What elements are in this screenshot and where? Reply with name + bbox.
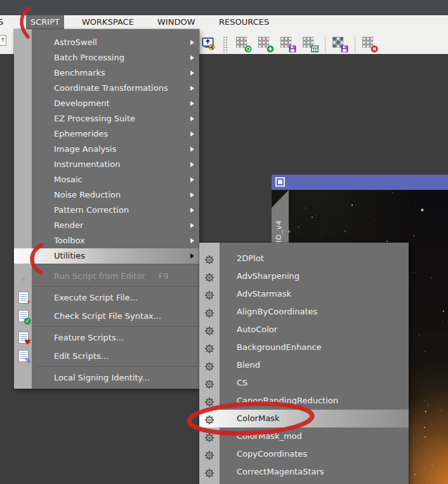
menu-item-label: Development	[54, 98, 110, 108]
menu-item-ez-processing-suite[interactable]: EZ Processing Suite	[14, 111, 199, 126]
menu-item-render[interactable]: Render	[14, 218, 199, 233]
menu-item-pattern-correction[interactable]: Pattern Correction	[14, 203, 199, 218]
gear-icon	[204, 307, 214, 317]
menu-item-noise-reduction[interactable]: Noise Reduction	[14, 187, 199, 203]
submenu-item-colormask[interactable]: ColorMask	[199, 410, 409, 427]
menubar-item-partial[interactable]: S	[0, 15, 3, 29]
script-execute-icon: ⚡	[18, 292, 29, 304]
menu-item-label: Coordinate Transformations	[54, 83, 168, 93]
gear-icon	[204, 253, 214, 264]
menu-item-check-script-file-syntax[interactable]: ✓Check Script File Syntax...	[14, 307, 199, 325]
submenu-arrow-icon	[190, 55, 194, 60]
submenu-item-advstarmask[interactable]: AdvStarmask	[199, 285, 409, 303]
close-badge-icon	[371, 45, 378, 53]
submenu-item-label: 2DPlot	[237, 253, 264, 263]
menu-item-image-analysis[interactable]: Image Analysis	[14, 142, 199, 157]
menu-item-execute-script-file[interactable]: ⚡Execute Script File...	[14, 288, 199, 307]
menu-item-instrumentation[interactable]: Instrumentation	[14, 157, 199, 172]
menu-item-label: Instrumentation	[54, 159, 120, 169]
menu-item-label: Run Script from Editor	[54, 271, 145, 281]
star	[298, 233, 299, 234]
star	[425, 436, 426, 438]
menu-separator	[36, 326, 198, 327]
star	[414, 272, 414, 272]
process-new-icon[interactable]	[258, 37, 272, 51]
menu-item-label: Edit Scripts...	[54, 351, 109, 361]
submenu-item-copycoordinates[interactable]: CopyCoordinates	[199, 445, 409, 463]
submenu-item-backgroundenhance[interactable]: BackgroundEnhance	[199, 339, 409, 356]
menu-item-edit-scripts[interactable]: ✎Edit Scripts...	[14, 347, 199, 365]
gear-icon	[204, 271, 214, 281]
submenu-item-label: AdvSharpening	[237, 271, 300, 281]
star	[409, 446, 409, 447]
menu-item-ephemerides[interactable]: Ephemerides	[14, 126, 199, 142]
menubar-item-script[interactable]: SCRIPT	[26, 15, 64, 29]
menu-item-mosaic[interactable]: Mosaic	[14, 172, 199, 187]
menubar-item-workspace[interactable]: WORKSPACE	[77, 15, 138, 29]
star	[375, 220, 376, 220]
menu-item-shortcut: F9	[159, 267, 169, 285]
menu-item-toolbox[interactable]: Toolbox	[14, 233, 199, 248]
menu-item-label: Utilities	[54, 251, 85, 260]
menu-item-local-signing-identity[interactable]: Local Signing Identity...	[14, 368, 199, 387]
drag-handle-dots[interactable]	[223, 36, 228, 53]
menu-item-coordinate-transformations[interactable]: Coordinate Transformations	[14, 81, 199, 96]
bolt-badge-icon: ⚡	[26, 299, 31, 306]
star	[320, 232, 320, 233]
star	[424, 467, 425, 468]
menu-item-batch-processing[interactable]: Batch Processing	[14, 50, 199, 65]
partial-toolbar-icon[interactable]: ↑	[0, 35, 6, 46]
menu-item-astroswell[interactable]: AstroSwell	[14, 35, 199, 50]
submenu-item-colormask-mod[interactable]: ColorMask_mod	[199, 427, 409, 445]
star	[312, 217, 313, 218]
apply-global-icon[interactable]	[202, 37, 216, 51]
utilities-submenu: 2DPlotAdvSharpeningAdvStarmaskAlignByCoo…	[199, 243, 409, 484]
star	[424, 427, 425, 428]
star	[305, 208, 306, 208]
menu-item-label: EZ Processing Suite	[54, 114, 135, 123]
gear-icon	[204, 342, 214, 353]
menu-item-label: Mosaic	[54, 175, 82, 184]
submenu-arrow-icon	[190, 147, 194, 152]
menu-item-benchmarks[interactable]: Benchmarks	[14, 65, 199, 81]
submenu-item-canonbandingreduction[interactable]: CanonBandingReduction	[199, 392, 409, 410]
toolbar-separator	[355, 36, 355, 53]
window-maximize-icon[interactable]	[275, 177, 285, 187]
process-delete-icon[interactable]	[362, 37, 376, 51]
submenu-item-autocolor[interactable]: AutoColor	[199, 321, 409, 339]
submenu-arrow-icon	[190, 101, 194, 106]
menubar-item-resources[interactable]: RESOURCES	[214, 15, 273, 29]
star	[373, 210, 374, 211]
submenu-item-2dplot[interactable]: 2DPlot	[199, 250, 409, 267]
lightning-icon: ⚡	[20, 271, 26, 289]
star	[425, 411, 426, 412]
gear-icon	[204, 449, 214, 459]
utilities-submenu-items: 2DPlotAdvSharpeningAdvStarmaskAlignByCoo…	[199, 250, 409, 481]
submenu-arrow-icon	[190, 116, 194, 121]
menu-item-feature-scripts[interactable]: ♥Feature Scripts...	[14, 328, 199, 347]
submenu-item-alignbycoordinates[interactable]: AlignByCoordinates	[199, 303, 409, 321]
star	[345, 231, 346, 232]
submenu-item-label: BackgroundEnhance	[237, 342, 322, 352]
submenu-item-label: CS	[237, 378, 247, 387]
window-top-bar	[0, 0, 448, 15]
submenu-item-correctmagentastars[interactable]: CorrectMagentaStars	[199, 463, 409, 481]
floppy-badge-icon	[341, 45, 348, 53]
menubar-item-window[interactable]: WINDOW	[153, 15, 200, 29]
process-browser-icon[interactable]	[303, 37, 317, 51]
process-history-icon[interactable]	[236, 37, 250, 51]
submenu-item-cs[interactable]: CS	[199, 374, 409, 392]
workspace-icons-save-icon[interactable]	[333, 37, 346, 51]
submenu-item-label: AutoColor	[237, 325, 277, 334]
submenu-item-blend[interactable]: Blend	[199, 356, 409, 374]
menu-item-utilities[interactable]: Utilities	[14, 248, 199, 264]
star	[424, 351, 425, 352]
menu-item-development[interactable]: Development	[14, 96, 199, 111]
submenu-item-advsharpening[interactable]: AdvSharpening	[199, 267, 409, 285]
star	[386, 241, 388, 242]
star	[392, 192, 393, 193]
process-save-icon[interactable]	[280, 37, 294, 51]
gear-icon	[204, 325, 214, 335]
menu-item-label: Pattern Correction	[54, 205, 129, 215]
image-window-titlebar[interactable]	[272, 175, 448, 190]
